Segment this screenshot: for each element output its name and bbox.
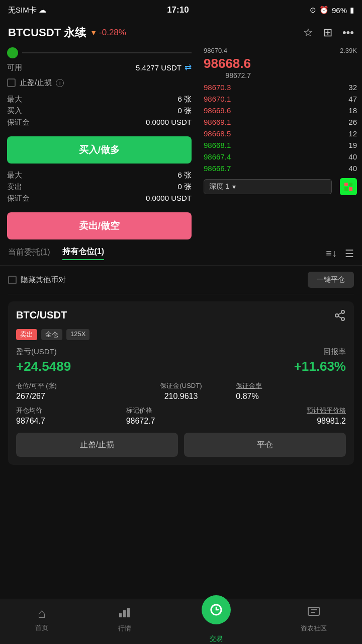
ob-ask-row-3: 98669.1 26 [202, 116, 359, 128]
ob-bid-row-1: 98667.4 40 [202, 151, 359, 163]
svg-rect-9 [119, 613, 122, 617]
buy-max-label: 最大 [7, 95, 22, 104]
buy-max-value: 6 张 [177, 95, 192, 104]
margin-rate-value: 0.87% [236, 392, 346, 401]
svg-line-8 [338, 313, 342, 315]
scroll-hint [7, 45, 192, 62]
svg-point-5 [335, 314, 338, 317]
nav-trade-label: 交易 [210, 634, 223, 643]
close-all-button[interactable]: 一键平仓 [308, 272, 354, 288]
stoploss-label: 止盈/止损 [20, 78, 52, 88]
home-icon: ⌂ [38, 606, 46, 621]
ob-ask-price-3: 98669.1 [204, 118, 231, 126]
sort-icon[interactable]: ≡↓ [326, 248, 337, 260]
tab-orders[interactable]: 当前委托(1) [8, 247, 50, 260]
share-icon[interactable] [334, 309, 346, 324]
sell-value: 0 张 [177, 182, 192, 192]
spacer [0, 465, 362, 515]
pair-title: BTCUSDT 永续 [8, 25, 86, 40]
ob-ask-row-1: 98670.1 47 [202, 93, 359, 105]
svg-line-7 [338, 316, 342, 318]
detail-col-1: 仓位/可平 (张) 267/267 [16, 381, 126, 401]
direction-tag: 卖出 [16, 329, 37, 340]
close-position-button[interactable]: 平仓 [184, 433, 346, 457]
ob-ask-price-top: 98670.4 [204, 47, 227, 54]
nav-market[interactable]: 行情 [118, 605, 131, 633]
buy-margin-row: 保证金 0.0000 USDT [7, 118, 192, 127]
nav-trade[interactable]: 交易 [202, 595, 231, 643]
leverage-tag: 125X [66, 329, 89, 340]
holding-label: 仓位/可平 (张) [16, 381, 126, 390]
svg-rect-10 [123, 610, 126, 617]
sell-margin-value: 0.0000 USDT [146, 194, 192, 203]
header-icons: ☆ ⊞ ••• [303, 26, 354, 39]
battery-percent: 96% [332, 6, 347, 15]
ob-ask-top: 98670.4 2.39K [202, 45, 359, 56]
ob-ask-qty-1: 47 [348, 95, 357, 103]
buy-value: 0 张 [177, 106, 192, 116]
position-tags: 卖出 全仓 125X [16, 329, 346, 340]
price-change: -0.28% [99, 28, 126, 38]
position-title: BTC/USDT [16, 309, 67, 321]
scroll-dot [7, 47, 18, 58]
detail-col-6: 预计强平价格 98981.2 [236, 406, 346, 426]
ob-ask-qty-2: 18 [348, 106, 357, 115]
depth-dropdown-icon[interactable]: ▾ [232, 183, 236, 191]
sell-max-row: 最大 6 张 [7, 171, 192, 180]
orderbook-header: 98668.6 98672.7 [202, 56, 359, 82]
return-label: 回报率 [323, 347, 346, 357]
status-bar: 无SIM卡 ☁ 17:10 ⊙ ⏰ 96% ▮ [0, 0, 362, 20]
pnl-value: +24.5489 [16, 359, 71, 374]
detail-col-2: 保证金(USDT) 210.9613 [126, 381, 236, 401]
filter-label: 隐藏其他币对 [21, 275, 66, 285]
position-details: 仓位/可平 (张) 267/267 保证金(USDT) 210.9613 保证金… [16, 381, 346, 426]
svg-point-6 [341, 317, 344, 320]
mark-price-value: 98672.7 [126, 417, 236, 426]
stoploss-checkbox[interactable] [7, 78, 16, 87]
star-icon[interactable]: ☆ [303, 26, 313, 39]
tab-positions[interactable]: 持有仓位(1) [62, 247, 105, 260]
trade-center-btn[interactable] [202, 595, 231, 624]
ob-bid-row-2: 98666.7 40 [202, 163, 359, 174]
sell-button[interactable]: 卖出/做空 [7, 212, 192, 239]
buy-button[interactable]: 买入/做多 [7, 136, 192, 164]
header: BTCUSDT 永续 ▼ -0.28% ☆ ⊞ ••• [0, 20, 362, 45]
more-icon[interactable]: ••• [342, 26, 354, 39]
filter-left: 隐藏其他币对 [8, 275, 66, 285]
type-tag: 全仓 [41, 329, 62, 340]
transfer-icon[interactable]: ⇄ [185, 62, 192, 73]
alarm-icon: ⏰ [319, 6, 329, 15]
ob-bid-price-1: 98667.4 [204, 152, 231, 161]
location-icon: ⊙ [310, 6, 316, 15]
stoploss-button[interactable]: 止盈/止损 [16, 433, 178, 457]
filter-icon[interactable]: ☰ [345, 248, 354, 260]
compare-icon[interactable]: ⊞ [323, 26, 332, 39]
sell-margin-row: 保证金 0.0000 USDT [7, 194, 192, 203]
status-time: 17:10 [167, 5, 189, 15]
ob-ask-qty-4: 12 [348, 129, 357, 138]
market-icon [118, 605, 131, 622]
pnl-value-row: +24.5489 +11.63% [16, 359, 346, 374]
ob-bid-qty-0: 19 [348, 141, 357, 149]
buy-margin-value: 0.0000 USDT [146, 118, 192, 127]
ob-ask-qty-0: 32 [348, 83, 357, 92]
mark-price: 98672.7 [204, 71, 251, 79]
battery-icon: ▮ [350, 6, 354, 15]
orderbook-view-icon[interactable] [340, 178, 357, 195]
info-icon[interactable]: i [56, 79, 64, 87]
nav-market-label: 行情 [118, 624, 131, 633]
open-price-value: 98764.7 [16, 417, 126, 426]
ob-bid-row-0: 98668.1 19 [202, 139, 359, 151]
left-panel: 可用 5.4277 USDT ⇄ 止盈/止损 i 最大 6 张 买入 0 张 保… [0, 45, 199, 239]
svg-rect-3 [349, 187, 352, 191]
nav-community-label: 资农社区 [301, 624, 327, 633]
status-right: ⊙ ⏰ 96% ▮ [310, 6, 354, 15]
mark-price-label: 标记价格 [126, 406, 236, 415]
nav-community[interactable]: 资农社区 [301, 605, 327, 633]
filter-checkbox[interactable] [8, 276, 17, 284]
nav-home[interactable]: ⌂ 首页 [35, 606, 48, 632]
ob-ask-price-4: 98668.5 [204, 129, 231, 138]
ob-bid-price-2: 98666.7 [204, 164, 231, 173]
scroll-line [22, 52, 192, 53]
buy-margin-label: 保证金 [7, 118, 30, 127]
